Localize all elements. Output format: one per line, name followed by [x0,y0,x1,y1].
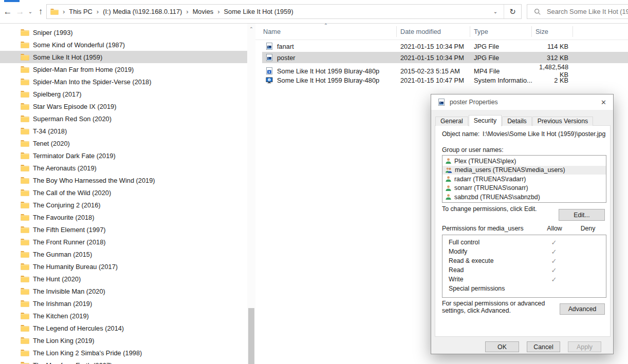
folder-icon [21,214,29,221]
folder-icon [21,41,29,48]
table-row[interactable]: poster 2021-01-15 10:34 PM JPG File 312 … [262,52,628,63]
sidebar-item[interactable]: The Gunman (2015) [0,248,247,260]
refresh-icon[interactable]: ↻ [504,7,521,16]
sidebar-item-label: The Aeronauts (2019) [33,164,97,172]
list-item[interactable]: sonarr (TRUENAS\sonarr) [442,184,606,193]
folder-icon [21,152,29,159]
sidebar-item[interactable]: Some Kind of Wonderful (1987) [0,39,247,51]
breadcrumb-item[interactable]: (I:) Media (\\192.168.0.117) [103,8,182,15]
search-input[interactable]: Search Some Like It Hot (1959) [547,8,628,15]
table-row[interactable]: fanart 2021-01-15 10:34 PM JPG File 114 … [262,41,628,52]
folder-icon [21,251,29,258]
file-date: 2021-01-15 10:47 PM [397,76,470,84]
file-explorer-window: ← → ⌄ ↑ › This PC › (I:) Media (\\192.16… [0,0,628,364]
folder-icon [21,164,29,171]
column-header-size[interactable]: Size [532,26,573,37]
sidebar-item[interactable]: The Invisible Man (2020) [0,285,247,297]
up-button[interactable]: ↑ [35,0,46,23]
sidebar-item-label: The Front Runner (2018) [33,238,106,246]
sidebar-item[interactable]: Star Wars Episode IX (2019) [0,100,247,112]
sidebar-item[interactable]: The Conjuring 2 (2016) [0,199,247,211]
file-type: JPG File [470,54,532,62]
search-box[interactable]: Search Some Like It Hot (1959) [527,4,628,19]
dialog-title: poster Properties [450,99,498,106]
sidebar-item[interactable]: The Hunt (2020) [0,273,247,285]
breadcrumb-item[interactable]: This PC [69,8,93,15]
permissions-list: Full control ✓ Modify ✓ Read & execute ✓… [442,235,606,298]
ok-button[interactable]: OK [485,341,519,352]
history-chevron-icon[interactable]: ⌄ [27,0,34,23]
folder-icon [21,312,29,319]
sort-ascending-icon: ⌃ [321,23,331,28]
permission-row: Modify ✓ [442,247,606,256]
back-button[interactable]: ← [2,0,13,23]
allow-checkmark-icon: ✓ [539,239,569,246]
close-icon[interactable]: ✕ [601,99,606,106]
sidebar-item-label: Superman Red Son (2020) [33,115,112,123]
table-row[interactable]: Some Like It Hot 1959 Bluray-480p 2021-0… [262,74,628,86]
permission-row: Read & execute ✓ [442,256,606,265]
sidebar-item[interactable]: The Irishman (2019) [0,297,247,310]
forward-button[interactable]: → [14,0,26,23]
dialog-title-bar[interactable]: poster Properties ✕ [431,94,613,110]
group-icon [445,167,452,174]
sidebar-item[interactable]: Tenet (2020) [0,137,247,149]
address-dropdown-icon[interactable]: ⌄ [487,9,504,14]
sidebar-item[interactable]: The Favourite (2018) [0,211,247,223]
table-row[interactable]: Some Like It Hot 1959 Bluray-480p 2015-0… [262,63,628,74]
sidebar-item[interactable]: The Lion King (2019) [0,334,247,347]
sidebar-item[interactable]: The Lion King 2 Simba's Pride (1998) [0,347,247,359]
list-item[interactable]: sabnzbd (TRUENAS\sabnzbd) [442,193,606,202]
sidebar-item[interactable]: Spider-Man Far from Home (2019) [0,63,247,75]
sidebar-item-label: The Fifth Element (1997) [33,226,106,234]
sidebar-item[interactable]: Sniper (1993) [0,26,247,39]
edit-button[interactable]: Edit... [559,209,605,221]
sidebar-item[interactable]: Some Like It Hot (1959) [0,51,247,63]
list-item[interactable]: media_users (TRUENAS\media_users) [442,166,606,175]
folder-icon [21,66,29,73]
folder-icon [21,300,29,307]
sidebar-item[interactable]: The Call of the Wild (2020) [0,186,247,199]
sidebar-item[interactable]: Spielberg (2017) [0,88,247,100]
sidebar-item-label: The Irishman (2019) [33,300,92,308]
list-item[interactable]: Plex (TRUENAS\plex) [442,157,606,166]
cancel-button[interactable]: Cancel [527,341,560,352]
tab-previous-versions[interactable]: Previous Versions [532,117,593,126]
sidebar-item[interactable]: The Aeronauts (2019) [0,162,247,174]
security-tab-page: Object name: I:\Movies\Some Like It Hot … [435,125,611,337]
sidebar-item-label: Some Like It Hot (1959) [33,53,102,61]
sidebar-item[interactable]: Spider-Man Into the Spider-Verse (2018) [0,75,247,88]
video-file-icon [265,67,273,75]
ribbon-accent [4,0,20,2]
permission-row: Read ✓ [442,265,606,275]
advanced-button[interactable]: Advanced [560,303,605,315]
sidebar-item[interactable]: T-34 (2018) [0,125,247,137]
sidebar-item[interactable]: The Legend of Hercules (2014) [0,322,247,334]
breadcrumb-separator-icon: › [97,8,99,15]
sidebar-item[interactable]: Terminator Dark Fate (2019) [0,149,247,162]
sidebar-item[interactable]: The Kitchen (2019) [0,310,247,322]
sidebar-item[interactable]: The Fifth Element (1997) [0,223,247,236]
list-item[interactable]: radarr (TRUENAS\radarr) [442,175,606,184]
permission-row: Write ✓ [442,275,606,284]
deny-column-label: Deny [569,225,606,232]
column-header-type[interactable]: Type [470,26,532,37]
sidebar-item[interactable]: Superman Red Son (2020) [0,112,247,125]
scrollbar-thumb[interactable] [248,308,254,364]
column-header-date-modified[interactable]: Date modified [397,26,470,37]
sidebar-item-label: Spider-Man Into the Spider-Verse (2018) [33,78,151,86]
breadcrumb-item[interactable]: Some Like It Hot (1959) [224,8,293,15]
breadcrumb-item[interactable]: Movies [193,8,214,15]
sidebar-item[interactable]: The Humanity Bureau (2017) [0,260,247,273]
object-name-value: I:\Movies\Some Like It Hot (1959)\poster… [483,130,605,138]
tab-general[interactable]: General [435,117,468,126]
sidebar-item[interactable]: The Front Runner (2018) [0,236,247,248]
scroll-up-icon[interactable]: ⌃ [247,26,255,32]
tab-details[interactable]: Details [502,117,532,126]
sidebar-item[interactable]: The Man from Earth (2007) [0,359,247,364]
sidebar-scrollbar[interactable]: ⌃ [247,24,255,364]
sidebar-item[interactable]: The Boy Who Harnessed the Wind (2019) [0,174,247,186]
address-bar[interactable]: › This PC › (I:) Media (\\192.168.0.117)… [46,4,522,19]
tab-security[interactable]: Security [469,115,502,126]
apply-button: Apply [568,341,601,352]
